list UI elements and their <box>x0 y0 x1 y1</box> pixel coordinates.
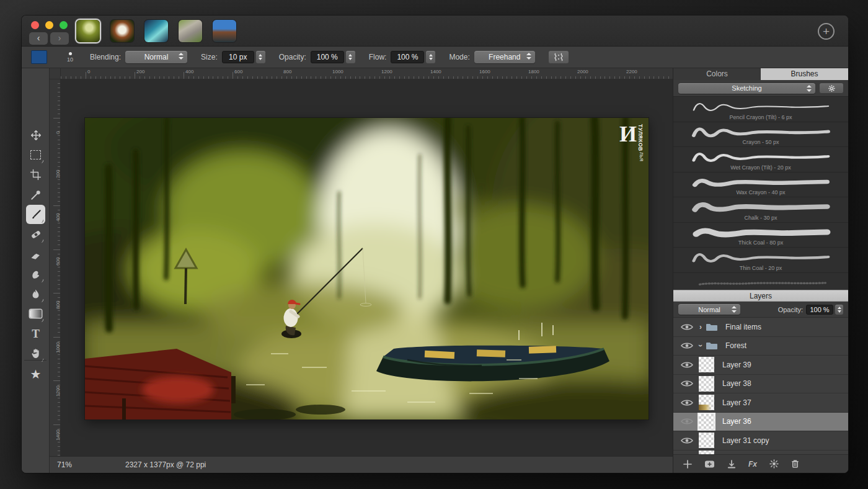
document-info: 2327 x 1377px @ 72 ppi <box>125 460 206 469</box>
eraser-tool[interactable] <box>26 244 45 264</box>
layer-thumbnail <box>699 376 714 392</box>
shapes-tool[interactable]: ★ <box>26 364 45 384</box>
brush-item[interactable]: Thick Coal - 80 px <box>673 223 848 248</box>
tab-colors[interactable]: Colors <box>673 68 761 80</box>
stroke-settings-button[interactable] <box>549 51 569 63</box>
plus-icon <box>684 460 691 468</box>
stroke-squiggle-icon <box>552 53 565 61</box>
ruler-corner <box>50 68 61 79</box>
opacity-stepper[interactable] <box>346 51 355 63</box>
brush-item[interactable]: Thin Coal - 20 px <box>673 248 848 273</box>
layer-row-layer-37[interactable]: Layer 37 <box>673 393 848 413</box>
move-tool[interactable] <box>26 125 45 145</box>
layer-opacity-input[interactable]: 100 % <box>806 305 833 315</box>
gradient-tool[interactable] <box>26 304 45 323</box>
layer-row-layer-31-copy[interactable]: Layer 31 copy <box>673 431 848 451</box>
hand-icon <box>30 348 42 359</box>
add-group-button[interactable] <box>704 460 715 469</box>
brush-item[interactable]: Pencil Crayon (Tilt) - 6 px <box>673 97 848 122</box>
forward-icon: › <box>58 33 61 43</box>
document-tab-volcano-landscape[interactable] <box>213 20 236 42</box>
move-icon <box>30 129 42 141</box>
window-controls <box>31 21 68 29</box>
heal-tool[interactable] <box>26 225 45 244</box>
canvas-viewport[interactable]: И ТУЛЯКОВ ЛЬЯ <box>61 79 673 456</box>
layer-row-layer-38[interactable]: Layer 38 <box>673 375 848 394</box>
add-document-button[interactable]: + <box>818 23 835 40</box>
blending-select[interactable]: Normal <box>125 51 187 63</box>
adjustments-button[interactable] <box>769 459 779 469</box>
brush-item[interactable]: Crayon - 50 px <box>673 122 848 148</box>
layer-row-forest[interactable]: › Forest <box>673 337 848 356</box>
layer-thumbnail <box>699 433 714 448</box>
disclosure-chevron-icon[interactable]: › <box>697 323 704 331</box>
brush-item[interactable]: Wax Crayon - 40 px <box>673 173 848 198</box>
left-ruler[interactable]: 02004006008001000120014001600 <box>50 79 61 456</box>
type-tool[interactable]: T <box>26 324 45 343</box>
blending-label: Blending: <box>90 53 121 61</box>
brush-icon <box>30 209 42 221</box>
layer-opacity-label: Opacity: <box>778 306 803 313</box>
eraser-icon <box>30 248 42 261</box>
size-stepper[interactable] <box>256 51 265 63</box>
marquee-tool[interactable] <box>26 145 45 164</box>
layer-row-final-items[interactable]: › Final items <box>673 318 848 337</box>
brush-stroke-preview <box>688 148 835 164</box>
document-tab-orchid-flower[interactable] <box>110 20 134 42</box>
size-input[interactable]: 10 px <box>222 51 254 63</box>
brush-item[interactable]: Wet Crayon (Tilt) - 20 px <box>673 147 848 173</box>
visibility-eye-icon[interactable] <box>681 399 693 406</box>
document-tabs <box>76 20 236 42</box>
layer-opacity-stepper[interactable] <box>835 305 843 315</box>
flow-input[interactable]: 100 % <box>391 51 424 63</box>
crop-tool[interactable] <box>26 165 45 184</box>
artist-signature: И ТУЛЯКОВ ЛЬЯ <box>619 124 644 161</box>
document-tab-blue-abstract[interactable] <box>144 20 168 42</box>
zoom-window-button[interactable] <box>60 21 68 29</box>
visibility-eye-icon[interactable] <box>681 418 693 425</box>
document-tab-forest-painting[interactable] <box>76 20 100 42</box>
layer-row-layer-39[interactable]: Layer 39 <box>673 356 848 375</box>
close-window-button[interactable] <box>31 21 39 29</box>
brush-dot-icon <box>69 52 72 55</box>
brush-stroke-preview <box>688 249 835 265</box>
document-tab-cat[interactable] <box>179 20 202 42</box>
top-ruler[interactable]: 0200400600800100012001400160018002000220… <box>61 68 673 79</box>
color-swatch[interactable] <box>31 50 47 64</box>
flow-stepper[interactable] <box>426 51 435 63</box>
layer-effects-button[interactable]: Fx <box>748 460 757 469</box>
brush-item[interactable]: Chalk - 30 px <box>673 197 848 223</box>
mode-select[interactable]: Freehand <box>474 51 535 63</box>
import-layer-button[interactable] <box>727 460 736 469</box>
add-layer-button[interactable] <box>683 460 692 469</box>
brush-category-select[interactable]: Sketching <box>678 83 815 94</box>
brush-stroke-preview <box>688 199 835 215</box>
gradient-icon <box>30 310 42 318</box>
burn-tool[interactable] <box>26 284 45 303</box>
forward-button[interactable]: › <box>50 32 69 45</box>
tab-brushes[interactable]: Brushes <box>761 68 848 80</box>
titlebar: ‹ › + <box>22 16 848 47</box>
canvas-painting[interactable]: И ТУЛЯКОВ ЛЬЯ <box>85 118 649 419</box>
layer-row-layer-36[interactable]: Layer 36 <box>673 413 848 432</box>
minimize-window-button[interactable] <box>45 21 53 29</box>
visibility-eye-icon[interactable] <box>681 323 693 331</box>
type-icon: T <box>32 327 40 341</box>
visibility-eye-icon[interactable] <box>681 342 693 349</box>
visibility-eye-icon[interactable] <box>681 437 693 444</box>
layer-blend-mode-select[interactable]: Normal <box>678 304 740 315</box>
visibility-eye-icon[interactable] <box>681 361 693 369</box>
layer-thumbnail <box>699 357 714 372</box>
eyedropper-tool[interactable] <box>26 185 45 204</box>
sun-icon <box>773 462 776 465</box>
back-button[interactable]: ‹ <box>29 32 48 45</box>
brush-item[interactable] <box>673 273 848 290</box>
smudge-tool[interactable] <box>26 264 45 284</box>
zoom-level[interactable]: 71% <box>57 460 125 469</box>
brush-settings-button[interactable] <box>820 83 843 93</box>
brush-tool[interactable] <box>26 205 45 224</box>
opacity-input[interactable]: 100 % <box>311 51 344 63</box>
visibility-eye-icon[interactable] <box>681 380 693 387</box>
disclosure-chevron-icon[interactable]: › <box>696 342 705 349</box>
delete-layer-button[interactable] <box>791 459 799 469</box>
